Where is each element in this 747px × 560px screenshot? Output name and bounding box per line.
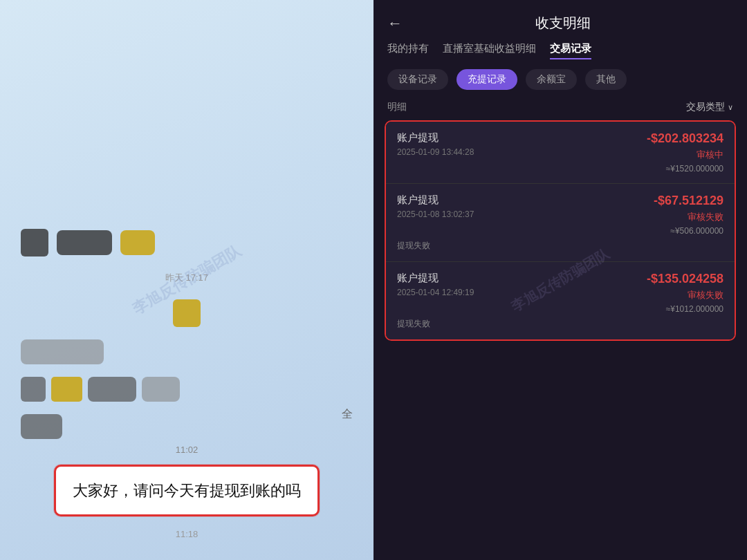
blur-avatar-1 [21, 229, 48, 256]
chat-message-bubble: 大家好，请问今天有提现到账的吗 [54, 465, 320, 516]
tab-income-detail[interactable]: 直播室基础收益明细 [443, 39, 536, 59]
filter-type-label: 交易类型 [686, 101, 725, 113]
transaction-card-1: 账户提现 2025-01-09 13:44:28 -$202.803234 审核… [386, 122, 735, 184]
blur-avatar-2 [21, 377, 46, 402]
subtab-yuebao[interactable]: 余额宝 [526, 69, 577, 90]
tx-bottom-label-3: 提现失败 [397, 318, 723, 330]
tx-title-3: 账户提现 [397, 272, 474, 285]
tab-my-holdings[interactable]: 我的持有 [387, 39, 429, 59]
tx-date-3: 2025-01-04 12:49:19 [397, 288, 474, 297]
blurred-chat-history: 昨天 17:17 [0, 215, 374, 439]
tx-left-2: 账户提现 2025-01-08 13:02:37 [397, 194, 474, 219]
tx-amount-2: -$67.512129 [654, 194, 723, 208]
timestamp-1: 昨天 17:17 [21, 269, 353, 287]
blur-msg-2 [120, 230, 155, 255]
filter-row: 明细 交易类型 ∨ [374, 101, 747, 113]
tab-transaction-record[interactable]: 交易记录 [550, 39, 591, 59]
blur-darkgray-3 [21, 414, 62, 439]
top-tabs: 我的持有 直播室基础收益明细 交易记录 [374, 39, 747, 59]
timestamp-2: 11:02 [176, 445, 199, 455]
subtab-device[interactable]: 设备记录 [387, 69, 448, 90]
blur-gray-2 [142, 377, 180, 402]
tx-cny-3: ≈¥1012.000000 [666, 304, 723, 314]
blur-msg-1 [57, 230, 112, 255]
blur-row-gray-1 [21, 339, 104, 364]
tx-right-1: -$202.803234 审核中 ≈¥1520.000000 [647, 131, 723, 174]
tx-cny-1: ≈¥1520.000000 [666, 164, 723, 174]
tx-left-3: 账户提现 2025-01-04 12:49:19 [397, 272, 474, 297]
sub-tabs: 设备记录 充提记录 余额宝 其他 [374, 69, 747, 90]
tx-date-1: 2025-01-09 13:44:28 [397, 147, 474, 157]
blur-gold-2 [51, 377, 82, 402]
tx-cny-2: ≈¥506.000000 [670, 226, 723, 236]
tx-title-2: 账户提现 [397, 194, 474, 207]
filter-label-left: 明细 [387, 101, 407, 113]
tx-date-2: 2025-01-08 13:02:37 [397, 209, 474, 219]
chat-area: 11:02 大家好，请问今天有提现到账的吗 11:18 [0, 439, 374, 539]
transactions-list: 账户提现 2025-01-09 13:44:28 -$202.803234 审核… [374, 120, 747, 560]
timestamp-3: 11:18 [176, 529, 199, 539]
tx-status-1: 审核中 [697, 149, 723, 161]
blur-block-gold [173, 299, 201, 327]
tx-status-2: 审核失败 [688, 211, 723, 223]
chat-message-text: 大家好，请问今天有提现到账的吗 [73, 482, 301, 499]
tx-status-3: 审核失败 [688, 289, 723, 301]
full-label: 全 [342, 407, 353, 422]
tx-left-1: 账户提现 2025-01-09 13:44:28 [397, 131, 474, 157]
subtab-other[interactable]: 其他 [585, 69, 627, 90]
tx-right-3: -$135.024258 审核失败 ≈¥1012.000000 [647, 272, 723, 314]
right-panel: 李旭反传防骗团队 ← 收支明细 我的持有 直播室基础收益明细 交易记录 设备记录… [374, 0, 747, 560]
filter-type-dropdown[interactable]: 交易类型 ∨ [686, 101, 733, 113]
transaction-card-2: 账户提现 2025-01-08 13:02:37 -$67.512129 审核失… [386, 184, 735, 262]
transaction-card-3: 账户提现 2025-01-04 12:49:19 -$135.024258 审核… [386, 262, 735, 339]
tx-right-2: -$67.512129 审核失败 ≈¥506.000000 [654, 194, 723, 236]
chevron-down-icon: ∨ [728, 103, 733, 112]
highlighted-transactions-group: 账户提现 2025-01-09 13:44:28 -$202.803234 审核… [385, 120, 736, 341]
tx-amount-3: -$135.024258 [647, 272, 723, 286]
right-header: ← 收支明细 [374, 0, 747, 39]
tx-bottom-label-2: 提现失败 [397, 240, 723, 252]
blur-dark-2 [88, 377, 136, 402]
subtab-deposit-withdraw[interactable]: 充提记录 [456, 69, 517, 90]
left-panel: 李旭反传防骗团队 昨天 17:17 11:02 大家好，请问今天有提现到账的吗 [0, 0, 374, 560]
page-title: 收支明细 [392, 14, 733, 32]
tx-amount-1: -$202.803234 [647, 131, 723, 146]
tx-title-1: 账户提现 [397, 131, 474, 144]
